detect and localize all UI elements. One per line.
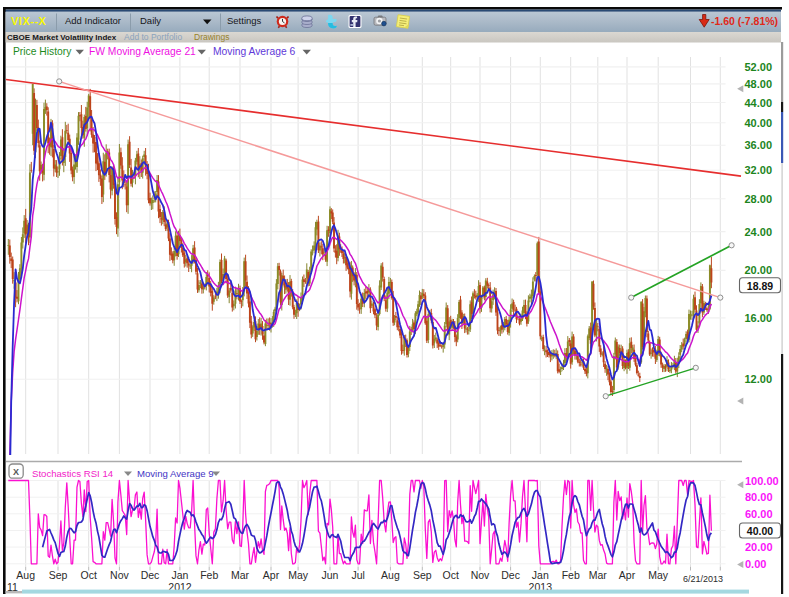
svg-text:Mar: Mar <box>231 569 250 581</box>
svg-text:Sep: Sep <box>413 569 432 581</box>
svg-text:May: May <box>288 569 309 581</box>
svg-text:Aug: Aug <box>16 569 35 581</box>
svg-text:X: X <box>13 467 19 477</box>
svg-text:60.00: 60.00 <box>745 508 773 520</box>
svg-text:52.00: 52.00 <box>745 61 773 73</box>
svg-text:Nov: Nov <box>110 569 129 581</box>
svg-text:Daily: Daily <box>140 15 161 26</box>
svg-text:20.00: 20.00 <box>745 541 773 553</box>
svg-text:6/21/2013: 6/21/2013 <box>683 574 723 584</box>
svg-text:VIX--X: VIX--X <box>11 15 47 27</box>
svg-text:11: 11 <box>7 581 18 593</box>
svg-text:Apr: Apr <box>263 569 280 581</box>
svg-text:Oct: Oct <box>81 569 97 581</box>
svg-text:Apr: Apr <box>619 569 636 581</box>
svg-text:18.89: 18.89 <box>747 280 773 292</box>
svg-text:CBOE Market Volatility Index: CBOE Market Volatility Index <box>7 33 117 42</box>
svg-text:Jan: Jan <box>171 569 188 581</box>
svg-text:28.00: 28.00 <box>745 193 773 205</box>
svg-text:Mar: Mar <box>589 569 608 581</box>
svg-text:Moving Average 6: Moving Average 6 <box>213 46 296 57</box>
svg-text:Drawings: Drawings <box>194 32 229 42</box>
svg-text:24.00: 24.00 <box>745 226 773 238</box>
svg-text:80.00: 80.00 <box>745 491 773 503</box>
svg-text:44.00: 44.00 <box>745 97 773 109</box>
svg-text:Jul: Jul <box>351 569 364 581</box>
svg-text:-1.60 (-7.81%): -1.60 (-7.81%) <box>711 15 778 27</box>
svg-text:Nov: Nov <box>471 569 490 581</box>
svg-text:Add Indicator: Add Indicator <box>65 15 121 26</box>
svg-text:Dec: Dec <box>141 569 160 581</box>
svg-text:Aug: Aug <box>381 569 400 581</box>
svg-text:Sep: Sep <box>49 569 68 581</box>
svg-text:48.00: 48.00 <box>745 78 773 90</box>
svg-text:40.00: 40.00 <box>747 525 773 537</box>
svg-text:FW Moving Average 21: FW Moving Average 21 <box>89 46 196 57</box>
svg-text:Feb: Feb <box>562 569 580 581</box>
svg-text:Feb: Feb <box>200 569 218 581</box>
svg-text:Oct: Oct <box>443 569 459 581</box>
svg-text:Jun: Jun <box>322 569 339 581</box>
svg-text:Price History: Price History <box>13 46 72 57</box>
svg-text:Settings: Settings <box>227 15 262 26</box>
svg-text:Moving Average 9: Moving Average 9 <box>137 468 214 479</box>
svg-text:16.00: 16.00 <box>745 312 773 324</box>
svg-text:Add to Portfolio: Add to Portfolio <box>124 32 182 42</box>
svg-text:100.00: 100.00 <box>745 475 779 487</box>
svg-text:Stochastics RSI 14: Stochastics RSI 14 <box>32 468 114 479</box>
svg-text:32.00: 32.00 <box>745 164 773 176</box>
svg-text:36.00: 36.00 <box>745 139 773 151</box>
svg-text:40.00: 40.00 <box>745 117 773 129</box>
svg-text:20.00: 20.00 <box>745 264 773 276</box>
svg-text:Jan: Jan <box>532 569 549 581</box>
svg-text:May: May <box>648 569 669 581</box>
svg-text:0.00: 0.00 <box>745 558 766 570</box>
svg-text:12.00: 12.00 <box>745 373 773 385</box>
svg-text:Dec: Dec <box>501 569 520 581</box>
